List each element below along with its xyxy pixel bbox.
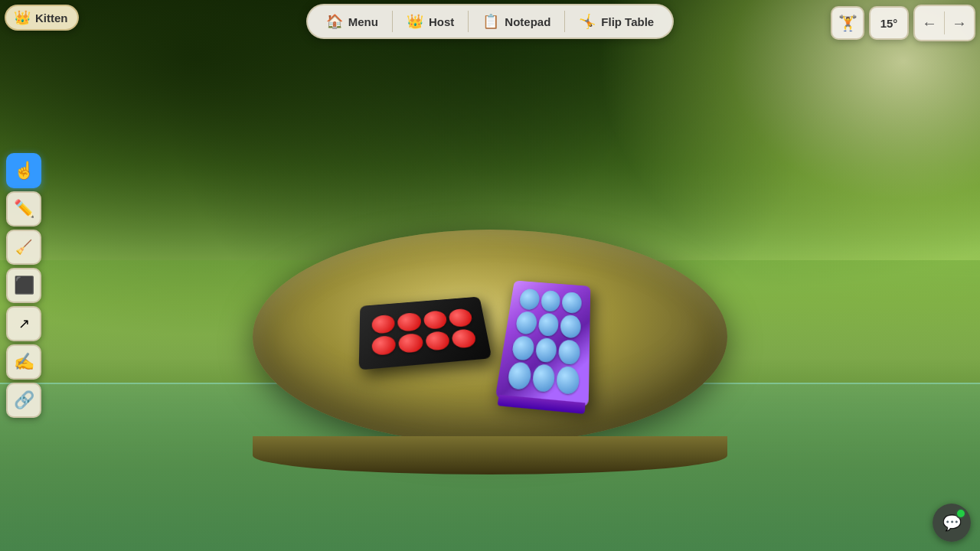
pencil-icon: ✏️ bbox=[14, 199, 34, 219]
crown-icon: 👑 bbox=[14, 9, 31, 26]
notepad-icon: 📋 bbox=[482, 13, 499, 30]
host-label: Host bbox=[429, 15, 454, 28]
pdot-1 bbox=[518, 289, 540, 311]
dot-3 bbox=[423, 310, 447, 329]
shape-icon: ⬛ bbox=[14, 276, 34, 295]
nav-separator-3 bbox=[564, 11, 565, 32]
pointer-icon: ☝️ bbox=[14, 161, 34, 181]
pdot-6 bbox=[560, 315, 581, 339]
player-badge[interactable]: 👑 Kitten bbox=[5, 5, 79, 31]
host-icon: 👑 bbox=[407, 13, 423, 30]
domino-black[interactable] bbox=[359, 297, 492, 370]
degree-display: 15° bbox=[869, 6, 909, 40]
menu-label: Menu bbox=[348, 15, 378, 28]
chat-bubble[interactable]: 💬 bbox=[933, 504, 971, 542]
left-toolbar: ☝️ ✏️ 🧹 ⬛ ↗ ✍️ 🔗 bbox=[6, 153, 41, 418]
dot-4 bbox=[448, 308, 473, 328]
arrow-right-icon: → bbox=[952, 15, 967, 32]
tool-line[interactable]: ↗ bbox=[6, 306, 41, 341]
pdot-3 bbox=[562, 292, 582, 314]
notepad-button[interactable]: 📋 Notepad bbox=[470, 8, 563, 34]
action-button[interactable]: 🏋 bbox=[831, 6, 864, 40]
domino-purple-dots bbox=[501, 285, 586, 401]
tool-pencil[interactable]: ✏️ bbox=[6, 191, 41, 227]
flip-table-button[interactable]: 🤸 Flip Table bbox=[567, 8, 666, 34]
flip-table-icon: 🤸 bbox=[579, 13, 596, 30]
chat-notification-dot bbox=[956, 508, 966, 519]
tool-lasso[interactable]: 🔗 bbox=[6, 383, 41, 418]
flip-table-label: Flip Table bbox=[601, 15, 654, 28]
gesture-icon: ✍️ bbox=[14, 352, 34, 372]
pdot-8 bbox=[534, 337, 557, 363]
pdot-2 bbox=[540, 290, 560, 312]
dot-1 bbox=[372, 315, 395, 334]
arrow-left-icon: ← bbox=[922, 15, 937, 32]
menu-button[interactable]: 🏠 Menu bbox=[314, 8, 390, 34]
nav-buttons-group: 🏠 Menu 👑 Host 📋 Notepad 🤸 Flip Table bbox=[306, 4, 674, 39]
table-top bbox=[253, 230, 727, 444]
host-button[interactable]: 👑 Host bbox=[394, 8, 466, 34]
game-scene bbox=[0, 0, 980, 551]
pdot-5 bbox=[537, 312, 560, 336]
table-pedestal bbox=[253, 230, 727, 474]
tool-pointer[interactable]: ☝️ bbox=[6, 153, 41, 188]
action-icon: 🏋 bbox=[838, 14, 858, 32]
menu-icon: 🏠 bbox=[326, 13, 343, 30]
pdot-4 bbox=[515, 311, 538, 334]
tool-shape[interactable]: ⬛ bbox=[6, 268, 41, 303]
dot-7 bbox=[425, 331, 450, 351]
player-name: Kitten bbox=[35, 11, 68, 24]
pdot-7 bbox=[511, 335, 534, 361]
domino-purple[interactable] bbox=[495, 280, 591, 406]
dot-8 bbox=[451, 328, 477, 349]
arrow-navigation: ← → bbox=[913, 5, 975, 41]
notepad-label: Notepad bbox=[505, 15, 550, 28]
pdot-9 bbox=[558, 339, 580, 366]
nav-separator-1 bbox=[392, 11, 393, 32]
domino-black-dots bbox=[365, 302, 484, 363]
nav-separator-2 bbox=[468, 11, 469, 32]
tool-eraser[interactable]: 🧹 bbox=[6, 230, 41, 265]
pdot-12 bbox=[556, 366, 579, 395]
tool-gesture[interactable]: ✍️ bbox=[6, 344, 41, 380]
dot-5 bbox=[372, 335, 397, 356]
right-controls: 🏋 15° ← → bbox=[831, 5, 975, 41]
pdot-10 bbox=[507, 362, 532, 390]
table-rim bbox=[253, 436, 727, 474]
lasso-icon: 🔗 bbox=[14, 390, 34, 410]
line-icon: ↗ bbox=[18, 315, 30, 332]
dot-6 bbox=[398, 333, 423, 354]
pdot-11 bbox=[531, 364, 556, 393]
arrow-left-button[interactable]: ← bbox=[915, 6, 944, 40]
degree-value: 15° bbox=[880, 17, 898, 30]
arrow-right-button[interactable]: → bbox=[945, 6, 974, 40]
eraser-icon: 🧹 bbox=[15, 239, 32, 256]
dot-2 bbox=[397, 312, 421, 331]
